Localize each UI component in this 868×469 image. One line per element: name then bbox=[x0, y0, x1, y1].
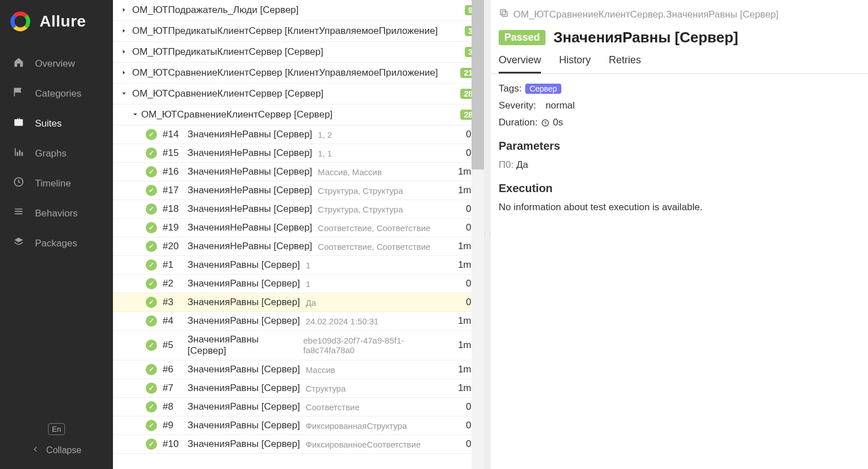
test-row[interactable]: #18ЗначенияНеРавны [Сервер]Структура, Ст… bbox=[113, 200, 484, 219]
param-value: Да bbox=[516, 159, 528, 170]
home-icon bbox=[12, 57, 25, 71]
tab-overview[interactable]: Overview bbox=[499, 54, 541, 73]
nav-categories[interactable]: Categories bbox=[0, 79, 113, 108]
test-name: ЗначенияРавны [Сервер] bbox=[187, 438, 300, 450]
tree-group[interactable]: ОМ_ЮТСравнениеКлиентСервер [КлиентУправл… bbox=[113, 63, 484, 84]
test-number: #9 bbox=[163, 420, 182, 431]
group-name: ОМ_ЮТПредикатыКлиентСервер [КлиентУправл… bbox=[132, 25, 465, 37]
test-row[interactable]: #4ЗначенияРавны [Сервер]24.02.2024 1:50:… bbox=[113, 312, 484, 331]
nav-timeline[interactable]: Timeline bbox=[0, 168, 113, 198]
test-params: Массив bbox=[306, 365, 335, 375]
param-key: П0 bbox=[499, 159, 511, 170]
nav-suites[interactable]: Suites bbox=[0, 108, 113, 138]
tree-group[interactable]: ОМ_ЮТПредикатыКлиентСервер [Сервер]3 bbox=[113, 42, 484, 63]
tree-group[interactable]: ОМ_ЮТПредикатыКлиентСервер [КлиентУправл… bbox=[113, 21, 484, 42]
status-passed-icon bbox=[146, 222, 157, 233]
test-row[interactable]: #19ЗначенияНеРавны [Сервер]Соответствие,… bbox=[113, 219, 484, 237]
test-number: #15 bbox=[163, 147, 182, 159]
chevron-left-icon bbox=[32, 445, 40, 455]
nav-packages[interactable]: Packages bbox=[0, 228, 113, 258]
tree-group[interactable]: ОМ_ЮТСравнениеКлиентСервер [Сервер]28 bbox=[113, 105, 484, 125]
test-params: Соответствие bbox=[306, 402, 359, 412]
test-row[interactable]: #20ЗначенияНеРавны [Сервер]Соответствие,… bbox=[113, 237, 484, 256]
layers-icon bbox=[12, 236, 25, 250]
tab-history[interactable]: History bbox=[559, 54, 591, 73]
test-name: ЗначенияНеРавны [Сервер] bbox=[187, 222, 312, 233]
test-row[interactable]: #17ЗначенияНеРавны [Сервер]Структура, Ст… bbox=[113, 181, 484, 200]
test-row[interactable]: #16ЗначенияНеРавны [Сервер]Массив, Масси… bbox=[113, 163, 484, 181]
status-passed-icon bbox=[146, 129, 157, 140]
test-row[interactable]: #2ЗначенияРавны [Сервер]10s bbox=[113, 275, 484, 293]
tags-label: Tags: bbox=[499, 83, 522, 94]
nav-graphs[interactable]: Graphs bbox=[0, 138, 113, 168]
severity-value: normal bbox=[546, 100, 575, 111]
status-passed-icon bbox=[146, 259, 157, 271]
test-row[interactable]: #14ЗначенияНеРавны [Сервер]1, 20s bbox=[113, 125, 484, 144]
nav-overview[interactable]: Overview bbox=[0, 49, 113, 79]
test-row[interactable]: #7ЗначенияРавны [Сервер]Структура1ms bbox=[113, 379, 484, 398]
test-name: ЗначенияРавны [Сервер] bbox=[187, 278, 300, 289]
status-passed-icon bbox=[146, 315, 157, 327]
list-icon bbox=[12, 206, 25, 220]
nav-behaviors[interactable]: Behaviors bbox=[0, 198, 113, 228]
tags-row: Tags: Сервер bbox=[499, 83, 858, 94]
test-name: ЗначенияРавны [Сервер] bbox=[187, 297, 300, 308]
test-number: #16 bbox=[163, 166, 182, 177]
nav-label: Graphs bbox=[35, 148, 67, 159]
status-passed-icon bbox=[146, 278, 157, 289]
nav-label: Suites bbox=[35, 118, 62, 129]
test-row[interactable]: #8ЗначенияРавны [Сервер]Соответствие0s bbox=[113, 398, 484, 416]
test-row[interactable]: #3ЗначенияРавны [Сервер]Да0s bbox=[113, 293, 484, 312]
tree-group[interactable]: ОМ_ЮТПодражатель_Люди [Сервер]9 bbox=[113, 0, 484, 21]
copy-icon[interactable] bbox=[499, 8, 509, 21]
execution-heading: Execution bbox=[491, 173, 868, 198]
lang-toggle[interactable]: En bbox=[48, 423, 65, 435]
test-name: ЗначенияРавны [Сервер] bbox=[187, 259, 300, 271]
test-name: ЗначенияРавны [Сервер] bbox=[187, 334, 298, 357]
test-number: #20 bbox=[163, 241, 182, 252]
split-handle[interactable]: ⋮⋮ bbox=[484, 0, 491, 469]
test-tree: ОМ_ЮТПодражатель_Люди [Сервер]9ОМ_ЮТПред… bbox=[113, 0, 484, 454]
breadcrumb: ОМ_ЮТСравнениеКлиентСервер.ЗначенияРавны… bbox=[491, 0, 868, 23]
test-row[interactable]: #6ЗначенияРавны [Сервер]Массив1ms bbox=[113, 361, 484, 379]
nav-label: Behaviors bbox=[35, 208, 78, 219]
test-number: #18 bbox=[163, 203, 182, 215]
test-row[interactable]: #1ЗначенияРавны [Сервер]11ms bbox=[113, 256, 484, 275]
tab-retries[interactable]: Retries bbox=[609, 54, 641, 73]
breadcrumb-text: ОМ_ЮТСравнениеКлиентСервер.ЗначенияРавны… bbox=[513, 9, 779, 20]
group-name: ОМ_ЮТСравнениеКлиентСервер [Сервер] bbox=[132, 88, 460, 99]
sidebar-header: Allure bbox=[0, 0, 113, 45]
tag-badge[interactable]: Сервер bbox=[525, 84, 562, 94]
test-name: ЗначенияРавны [Сервер] bbox=[187, 383, 300, 394]
nav-label: Overview bbox=[35, 58, 75, 70]
test-number: #19 bbox=[163, 222, 182, 233]
status-passed-icon bbox=[146, 185, 157, 196]
status-passed-icon bbox=[146, 297, 157, 308]
tree-panel: ОМ_ЮТПодражатель_Люди [Сервер]9ОМ_ЮТПред… bbox=[113, 0, 484, 469]
status-passed-icon bbox=[146, 364, 157, 375]
scrollbar-thumb[interactable] bbox=[472, 0, 484, 170]
test-number: #2 bbox=[163, 278, 182, 289]
test-name: ЗначенияНеРавны [Сервер] bbox=[187, 129, 312, 140]
tree-group[interactable]: ОМ_ЮТСравнениеКлиентСервер [Сервер]28 bbox=[113, 84, 484, 105]
allure-logo-icon bbox=[9, 10, 32, 33]
collapse-button[interactable]: Collapse bbox=[32, 445, 81, 455]
status-passed-icon bbox=[146, 147, 157, 159]
test-row[interactable]: #9ЗначенияРавны [Сервер]ФиксированнаяСтр… bbox=[113, 416, 484, 435]
status-passed-icon bbox=[146, 438, 157, 450]
test-params: ФиксированноеСоответствие bbox=[306, 440, 421, 449]
sidebar: Allure Overview Categories Suites bbox=[0, 0, 113, 469]
detail-panel: ОМ_ЮТСравнениеКлиентСервер.ЗначенияРавны… bbox=[491, 0, 868, 469]
test-row[interactable]: #10ЗначенияРавны [Сервер]ФиксированноеСо… bbox=[113, 435, 484, 454]
chevron-right-icon bbox=[121, 27, 129, 36]
test-params: 1, 2 bbox=[318, 130, 332, 140]
test-row[interactable]: #15ЗначенияНеРавны [Сервер]1, 10s bbox=[113, 144, 484, 163]
parameters-heading: Parameters bbox=[491, 131, 868, 156]
chevron-right-icon bbox=[121, 48, 129, 57]
test-name: ЗначенияНеРавны [Сервер] bbox=[187, 203, 312, 215]
test-params: Да bbox=[306, 298, 316, 307]
test-name: ЗначенияНеРавны [Сервер] bbox=[187, 185, 312, 196]
test-row[interactable]: #5ЗначенияРавны [Сервер]ebe109d3-20f7-47… bbox=[113, 331, 484, 361]
test-params: 1 bbox=[306, 260, 310, 270]
svg-rect-6 bbox=[500, 10, 505, 15]
